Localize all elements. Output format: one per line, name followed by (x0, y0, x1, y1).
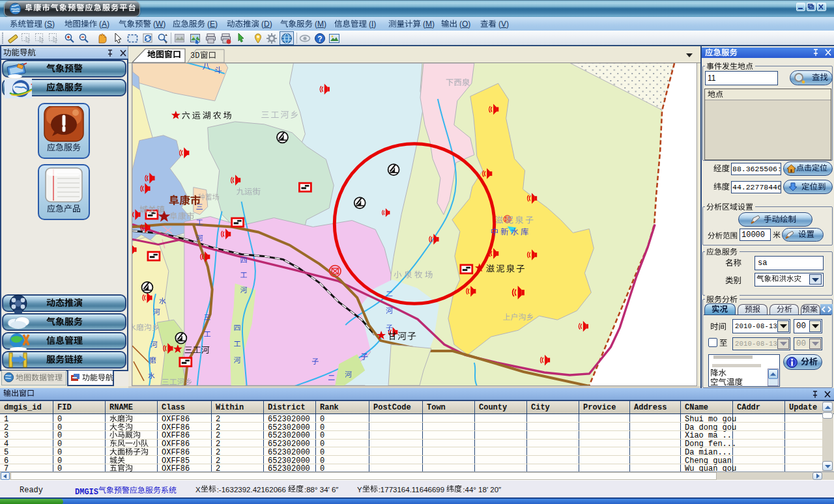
svg-text:?: ? (317, 35, 322, 44)
